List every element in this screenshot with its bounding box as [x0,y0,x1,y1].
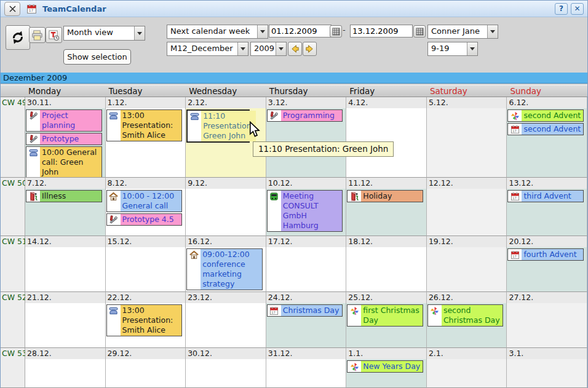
day-cell[interactable]: 28.12. [25,348,106,388]
timesheet-button[interactable] [46,27,62,43]
chevron-down-icon[interactable] [237,42,248,55]
day-cell[interactable]: 18.12. [346,236,427,292]
day-cell[interactable]: 26.12.second Christmas Day [427,292,507,348]
day-cell-body[interactable] [106,359,186,387]
day-cell-body[interactable] [427,108,507,177]
day-cell[interactable]: 5.12. [427,97,507,178]
day-cell-body[interactable]: New Years Day [346,359,426,387]
date-to-picker-button[interactable] [413,25,426,38]
day-cell-body[interactable] [186,303,266,347]
refresh-button[interactable] [6,25,30,50]
show-selection-button[interactable]: Show selection [63,49,131,65]
day-cell[interactable]: 1.1.New Years Day [346,348,427,388]
calendar-event[interactable]: Meeting CONSULT GmbH Hamburg [267,190,343,232]
chevron-down-icon[interactable] [487,25,498,38]
day-cell-body[interactable]: second Advent17second Advent [507,108,587,177]
calendar-event[interactable]: 10:00 General call: Green John [26,146,102,177]
day-cell[interactable]: 22.12.13:00 Presentation: Smith Alice [106,292,186,348]
day-cell[interactable]: 3.1. [507,348,587,388]
range-select[interactable]: Next calendar week [167,25,268,39]
day-cell-body[interactable]: Holiday [346,189,426,236]
calendar-event[interactable]: 13:00 Presentation: Smith Alice [106,304,183,336]
calendar-event[interactable]: 11:10 Presentation: Green John [186,109,250,143]
day-cell-body[interactable]: 17Christmas Day [266,303,346,347]
day-cell-body[interactable]: first Christmas Day [346,303,426,347]
day-cell[interactable]: 7.12.Illness [25,178,106,236]
day-cell[interactable]: 23.12. [186,292,266,348]
hours-select[interactable]: 9-19 [427,42,478,56]
calendar-event[interactable]: 17Christmas Day [267,304,343,317]
day-cell[interactable]: 14.12. [25,236,106,292]
day-cell[interactable]: 17.12. [266,236,347,292]
day-cell[interactable]: 30.12. [186,348,266,388]
day-cell-body[interactable] [186,359,266,387]
day-cell-body[interactable] [25,247,105,291]
day-cell[interactable]: 12.12. [427,178,507,236]
day-cell-body[interactable] [507,359,587,387]
day-cell-body[interactable] [106,247,186,291]
help-button[interactable]: ? [555,3,568,15]
day-cell[interactable]: 24.12.17Christmas Day [266,292,347,348]
calendar-event[interactable]: Programming [267,109,343,122]
day-cell-body[interactable]: 17third Advent [507,189,587,236]
calendar-event[interactable]: first Christmas Day [347,304,423,327]
day-cell-body[interactable] [427,359,507,387]
calendar-event[interactable]: 17third Advent [507,190,584,202]
calendar-event[interactable]: second Advent [507,109,584,122]
person-select[interactable]: Conner Jane [427,25,498,39]
day-cell[interactable]: 9.12. [186,178,266,236]
day-cell-body[interactable] [427,247,507,291]
day-cell[interactable]: 16.12.09:00-12:00 conference marketing s… [186,236,266,292]
day-cell[interactable]: 3.12.Programming [266,97,347,178]
date-from-picker-button[interactable] [330,25,342,38]
next-month-button[interactable] [303,42,317,56]
calendar-event[interactable]: 13:00 Presentation: Smith Alice [106,109,183,141]
previous-month-button[interactable] [288,42,302,56]
view-select[interactable]: Month view [63,26,145,41]
day-cell[interactable]: 6.12.second Advent17second Advent [507,97,587,178]
day-cell-body[interactable] [507,303,587,347]
day-cell-body[interactable]: 13:00 Presentation: Smith Alice [106,303,186,347]
date-to-input[interactable] [350,25,413,38]
chevron-down-icon[interactable] [276,42,286,55]
day-cell[interactable]: 31.12. [266,348,347,388]
day-cell-body[interactable]: 09:00-12:00 conference marketing strateg… [186,247,266,291]
panel-close-button[interactable] [4,2,20,16]
day-cell[interactable]: 25.12.first Christmas Day [346,292,427,348]
calendar-event[interactable]: Holiday [347,190,423,202]
chevron-down-icon[interactable] [134,26,145,40]
day-cell[interactable]: 21.12. [25,292,106,348]
day-cell[interactable]: 13.12.17third Advent [507,178,587,236]
day-cell-body[interactable]: 10:00 - 12:00 General callPrototype 4.5 [106,189,186,236]
day-cell-body[interactable] [25,303,105,347]
calendar-event[interactable]: 17second Advent [507,123,584,135]
calendar-event[interactable]: 09:00-12:00 conference marketing strateg… [186,248,263,290]
year-select[interactable]: 2009 [250,42,287,56]
date-from-input[interactable] [269,25,332,38]
day-cell[interactable]: 2.1. [427,348,507,388]
day-cell[interactable]: 15.12. [106,236,186,292]
day-cell-body[interactable] [25,359,105,387]
day-cell-body[interactable]: Meeting CONSULT GmbH Hamburg [266,189,346,236]
calendar-event[interactable]: 10:00 - 12:00 General call [106,190,183,212]
calendar-event[interactable]: Project planning [26,109,102,132]
window-close-button[interactable]: ✕ [571,3,584,15]
day-cell[interactable]: 27.12. [507,292,587,348]
day-cell-body[interactable]: 13:00 Presentation: Smith Alice [106,108,186,177]
calendar-event[interactable]: second Christmas Day [427,304,504,327]
chevron-down-icon[interactable] [257,25,268,38]
calendar-event[interactable]: New Years Day [347,360,423,373]
month-select[interactable]: M12_December [167,42,248,56]
day-cell[interactable]: 10.12.Meeting CONSULT GmbH Hamburg [266,178,347,236]
day-cell[interactable]: 11.12.Holiday [346,178,427,236]
day-cell-body[interactable]: Illness [25,189,105,236]
day-cell[interactable]: 8.12.10:00 - 12:00 General callPrototype… [106,178,186,236]
day-cell[interactable]: 19.12. [427,236,507,292]
day-cell-body[interactable]: 17fourth Advent [507,247,587,291]
day-cell[interactable]: 30.11.Project planningPrototype10:00 Gen… [25,97,106,178]
day-cell[interactable]: 4.12. [346,97,427,178]
calendar-event[interactable]: Prototype 4.5 [106,213,183,226]
day-cell-body[interactable] [427,189,507,236]
day-cell-body[interactable] [346,247,426,291]
chevron-down-icon[interactable] [467,42,477,55]
